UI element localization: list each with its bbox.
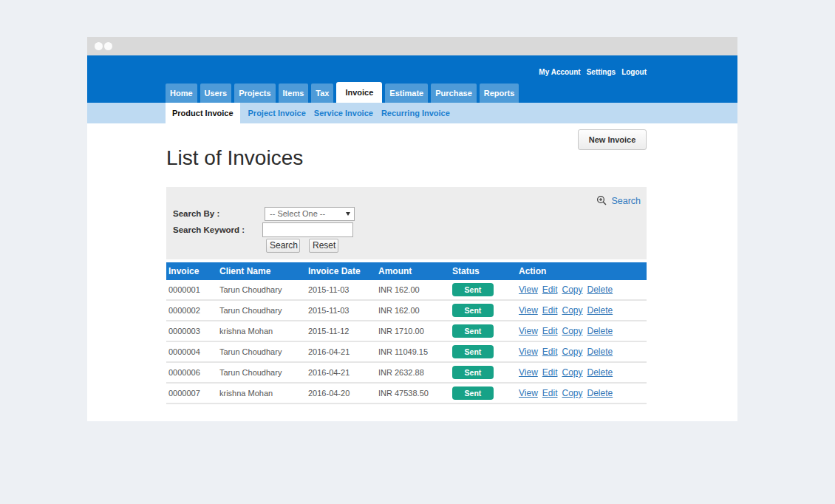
view-link[interactable]: View	[519, 388, 538, 398]
delete-link[interactable]: Delete	[587, 285, 613, 295]
page-content: List of Invoices New Invoice Search Sear…	[87, 123, 737, 421]
subnav-project-invoice[interactable]: Project Invoice	[248, 103, 306, 123]
status-cell: Sent	[452, 384, 519, 403]
status-badge[interactable]: Sent	[452, 386, 494, 400]
tab-invoice[interactable]: Invoice	[336, 82, 382, 103]
account-link-settings[interactable]: Settings	[587, 68, 616, 76]
new-invoice-button[interactable]: New Invoice	[578, 129, 647, 150]
search-keyword-input[interactable]	[262, 222, 353, 237]
account-link-logout[interactable]: Logout	[621, 68, 647, 76]
tab-reports[interactable]: Reports	[480, 84, 519, 103]
view-link[interactable]: View	[519, 285, 538, 295]
search-by-select[interactable]: -- Select One --	[265, 207, 355, 221]
browser-window: My AccountSettingsLogout HomeUsersProjec…	[87, 37, 737, 421]
client-name: Tarun Choudhary	[219, 342, 308, 361]
view-link[interactable]: View	[519, 326, 538, 336]
sub-nav: Product InvoiceProject InvoiceService In…	[87, 103, 737, 123]
column-header-amount: Amount	[378, 262, 452, 280]
copy-link[interactable]: Copy	[562, 347, 582, 357]
tab-purchase[interactable]: Purchase	[431, 84, 477, 103]
status-badge[interactable]: Sent	[452, 324, 494, 338]
status-badge[interactable]: Sent	[452, 304, 494, 317]
invoice-number: 0000006	[166, 363, 219, 382]
table-header-row: InvoiceClient NameInvoice DateAmountStat…	[166, 262, 647, 280]
search-by-label: Search By :	[173, 209, 219, 218]
table-body: 0000001Tarun Choudhary2015-11-03INR 162.…	[166, 280, 647, 404]
actions-cell: ViewEditCopyDelete	[519, 342, 647, 361]
invoice-row: 0000003krishna Mohan2015-11-12INR 1710.0…	[166, 321, 647, 342]
client-name: Tarun Choudhary	[219, 280, 308, 299]
tab-items[interactable]: Items	[279, 84, 309, 103]
actions-cell: ViewEditCopyDelete	[519, 363, 647, 382]
invoice-date: 2016-04-21	[308, 342, 378, 361]
amount: INR 11049.15	[378, 342, 452, 361]
invoice-number: 0000007	[166, 384, 219, 403]
delete-link[interactable]: Delete	[587, 305, 613, 316]
invoice-row: 0000002Tarun Choudhary2015-11-03INR 162.…	[166, 301, 647, 321]
copy-link[interactable]: Copy	[562, 285, 582, 295]
search-panel: Search Search By : -- Select One -- Sear…	[166, 187, 647, 259]
status-cell: Sent	[452, 280, 519, 299]
window-control-dot[interactable]	[104, 42, 112, 50]
actions-cell: ViewEditCopyDelete	[519, 301, 647, 320]
view-link[interactable]: View	[519, 347, 538, 357]
search-toggle-link[interactable]: Search	[596, 195, 641, 206]
amount: INR 1710.00	[378, 321, 452, 341]
amount: INR 162.00	[378, 280, 452, 299]
edit-link[interactable]: Edit	[542, 347, 558, 357]
delete-link[interactable]: Delete	[587, 388, 613, 398]
search-button[interactable]: Search	[266, 239, 300, 253]
delete-link[interactable]: Delete	[587, 367, 613, 378]
window-control-dot[interactable]	[95, 42, 103, 50]
view-link[interactable]: View	[519, 367, 538, 378]
invoice-row: 0000004Tarun Choudhary2016-04-21INR 1104…	[166, 342, 647, 363]
status-badge[interactable]: Sent	[452, 366, 494, 379]
copy-link[interactable]: Copy	[562, 305, 582, 316]
copy-link[interactable]: Copy	[562, 388, 582, 398]
search-keyword-label: Search Keyword :	[173, 225, 245, 234]
status-badge[interactable]: Sent	[452, 345, 494, 358]
zoom-in-magnifier-icon	[596, 195, 607, 206]
edit-link[interactable]: Edit	[542, 285, 558, 295]
invoice-row: 0000006Tarun Choudhary2016-04-21INR 2632…	[166, 363, 647, 384]
invoice-date: 2015-11-03	[308, 280, 378, 299]
client-name: krishna Mohan	[219, 321, 308, 341]
edit-link[interactable]: Edit	[542, 305, 558, 316]
actions-cell: ViewEditCopyDelete	[519, 280, 647, 299]
tab-home[interactable]: Home	[166, 84, 197, 103]
view-link[interactable]: View	[519, 305, 538, 316]
subnav-link[interactable]: Project Invoice	[248, 109, 306, 118]
invoice-table: InvoiceClient NameInvoice DateAmountStat…	[166, 262, 647, 404]
tab-projects[interactable]: Projects	[234, 84, 275, 103]
edit-link[interactable]: Edit	[542, 388, 558, 398]
subnav-link[interactable]: Recurring Invoice	[381, 109, 450, 118]
client-name: Tarun Choudhary	[219, 301, 308, 320]
account-menu: My AccountSettingsLogout	[533, 64, 647, 78]
subnav-recurring-invoice[interactable]: Recurring Invoice	[381, 103, 450, 123]
tab-tax[interactable]: Tax	[311, 84, 333, 103]
delete-link[interactable]: Delete	[587, 326, 613, 336]
reset-button[interactable]: Reset	[309, 239, 338, 253]
invoice-number: 0000001	[166, 280, 219, 299]
status-badge[interactable]: Sent	[452, 283, 494, 296]
invoice-date: 2015-11-03	[308, 301, 378, 320]
edit-link[interactable]: Edit	[542, 367, 558, 378]
account-link-my-account[interactable]: My Account	[539, 68, 580, 76]
main-nav: HomeUsersProjectsItemsTaxInvoiceEstimate…	[166, 82, 522, 103]
invoice-number: 0000002	[166, 301, 219, 320]
subnav-product-invoice[interactable]: Product Invoice	[166, 103, 240, 123]
subnav-service-invoice[interactable]: Service Invoice	[314, 103, 373, 123]
edit-link[interactable]: Edit	[542, 326, 558, 336]
column-header-invoice: Invoice	[166, 262, 219, 280]
tab-estimate[interactable]: Estimate	[385, 84, 428, 103]
subnav-link[interactable]: Service Invoice	[314, 109, 373, 118]
invoice-date: 2016-04-21	[308, 363, 378, 382]
copy-link[interactable]: Copy	[562, 367, 582, 378]
column-header-action: Action	[519, 262, 647, 280]
client-name: krishna Mohan	[219, 384, 308, 403]
chevron-down-icon	[346, 212, 350, 216]
tab-users[interactable]: Users	[200, 84, 232, 103]
copy-link[interactable]: Copy	[562, 326, 582, 336]
delete-link[interactable]: Delete	[587, 347, 613, 357]
actions-cell: ViewEditCopyDelete	[519, 384, 647, 403]
